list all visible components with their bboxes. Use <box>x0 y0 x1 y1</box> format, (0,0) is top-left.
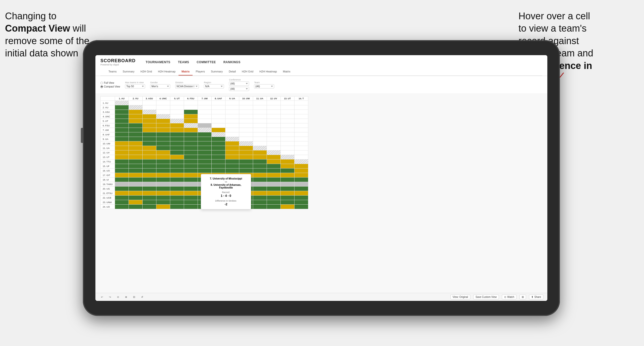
compact-view-radio[interactable]: Compact View <box>100 85 120 88</box>
cell-22-13[interactable] <box>294 200 308 205</box>
cell-6-8[interactable] <box>225 128 239 132</box>
cell-16-2[interactable] <box>142 173 156 178</box>
cell-0-9[interactable] <box>239 101 253 105</box>
cell-3-8[interactable] <box>225 114 239 119</box>
cell-8-0[interactable] <box>115 137 129 141</box>
cell-8-6[interactable] <box>198 137 211 141</box>
cell-21-1[interactable] <box>129 196 142 200</box>
cell-2-13[interactable] <box>294 110 308 114</box>
cell-7-13[interactable] <box>294 132 308 137</box>
cell-6-6[interactable] <box>198 128 211 132</box>
nav-committee[interactable]: COMMITTEE <box>197 60 216 64</box>
cell-19-2[interactable] <box>142 187 156 191</box>
cell-5-10[interactable] <box>253 123 267 128</box>
cell-7-3[interactable] <box>156 132 170 137</box>
cell-14-11[interactable] <box>267 164 280 168</box>
cell-6-5[interactable] <box>184 128 198 132</box>
tab-h2h-grid-2[interactable]: H2H Grid <box>239 68 256 75</box>
cell-23-11[interactable] <box>267 205 280 209</box>
cell-7-5[interactable] <box>184 132 198 137</box>
cell-2-9[interactable] <box>239 110 253 114</box>
cell-14-8[interactable] <box>225 164 239 168</box>
cell-19-1[interactable] <box>129 187 142 191</box>
cell-16-0[interactable] <box>115 173 129 178</box>
cell-14-2[interactable] <box>142 164 156 168</box>
cell-4-9[interactable] <box>239 119 253 123</box>
cell-8-11[interactable] <box>267 137 280 141</box>
cell-8-7[interactable] <box>211 137 225 141</box>
cell-5-3[interactable] <box>156 123 170 128</box>
cell-15-13[interactable] <box>294 168 308 173</box>
cell-9-5[interactable] <box>184 141 198 146</box>
cell-16-10[interactable] <box>253 173 267 178</box>
undo-button[interactable]: ↩ <box>99 295 104 299</box>
cell-14-13[interactable] <box>294 164 308 168</box>
cell-22-3[interactable] <box>156 200 170 205</box>
cell-3-1[interactable] <box>129 114 142 119</box>
cell-8-10[interactable] <box>253 137 267 141</box>
table-row[interactable]: 4. UNC <box>101 114 308 119</box>
table-row[interactable]: 8. UAF <box>101 132 308 137</box>
cell-5-12[interactable] <box>280 123 294 128</box>
cell-22-2[interactable] <box>142 200 156 205</box>
cell-7-6[interactable] <box>198 132 211 137</box>
cell-1-11[interactable] <box>267 105 280 110</box>
cell-20-10[interactable] <box>253 191 267 196</box>
cell-13-9[interactable] <box>239 159 253 164</box>
cell-23-5[interactable] <box>184 205 198 209</box>
cell-0-2[interactable] <box>142 101 156 105</box>
cell-18-3[interactable] <box>156 182 170 187</box>
cell-15-3[interactable] <box>156 168 170 173</box>
cell-14-12[interactable] <box>280 164 294 168</box>
cell-8-4[interactable] <box>170 137 184 141</box>
cell-11-11[interactable] <box>267 150 280 155</box>
cell-8-2[interactable] <box>142 137 156 141</box>
table-row[interactable]: 14. TTU <box>101 159 308 164</box>
cell-8-9[interactable] <box>239 137 253 141</box>
cell-13-6[interactable] <box>198 159 211 164</box>
cell-0-1[interactable] <box>129 101 142 105</box>
cell-19-10[interactable] <box>253 187 267 191</box>
conference-select-1[interactable]: (All) <box>229 81 249 86</box>
cell-3-11[interactable] <box>267 114 280 119</box>
cell-10-12[interactable] <box>280 146 294 150</box>
cell-14-3[interactable] <box>156 164 170 168</box>
cell-6-1[interactable] <box>129 128 142 132</box>
cell-7-8[interactable] <box>225 132 239 137</box>
cell-17-5[interactable] <box>184 178 198 182</box>
cell-13-13[interactable] <box>294 159 308 164</box>
cell-23-3[interactable] <box>156 205 170 209</box>
cell-12-5[interactable] <box>184 155 198 159</box>
cell-5-4[interactable] <box>170 123 184 128</box>
cell-0-12[interactable] <box>280 101 294 105</box>
cell-19-3[interactable] <box>156 187 170 191</box>
cell-11-7[interactable] <box>211 150 225 155</box>
cell-3-0[interactable] <box>115 114 129 119</box>
cell-6-2[interactable] <box>142 128 156 132</box>
cell-15-8[interactable] <box>225 168 239 173</box>
cell-4-12[interactable] <box>280 119 294 123</box>
cell-0-0[interactable] <box>115 101 129 105</box>
cell-20-13[interactable] <box>294 191 308 196</box>
table-row[interactable]: 16. UO <box>101 168 308 173</box>
cell-2-1[interactable] <box>129 110 142 114</box>
cell-5-0[interactable] <box>115 123 129 128</box>
cell-1-5[interactable] <box>184 105 198 110</box>
cell-12-9[interactable] <box>239 155 253 159</box>
cell-7-4[interactable] <box>170 132 184 137</box>
cell-13-8[interactable] <box>225 159 239 164</box>
cell-15-11[interactable] <box>267 168 280 173</box>
table-row[interactable]: 15. UF <box>101 164 308 168</box>
cell-13-12[interactable] <box>280 159 294 164</box>
cell-9-1[interactable] <box>129 141 142 146</box>
cell-15-12[interactable] <box>280 168 294 173</box>
cell-12-10[interactable] <box>253 155 267 159</box>
cell-9-10[interactable] <box>253 141 267 146</box>
cell-18-1[interactable] <box>129 182 142 187</box>
cell-5-11[interactable] <box>267 123 280 128</box>
cell-1-3[interactable] <box>156 105 170 110</box>
cell-6-10[interactable] <box>253 128 267 132</box>
cell-13-10[interactable] <box>253 159 267 164</box>
cell-11-2[interactable] <box>142 150 156 155</box>
cell-8-12[interactable] <box>280 137 294 141</box>
